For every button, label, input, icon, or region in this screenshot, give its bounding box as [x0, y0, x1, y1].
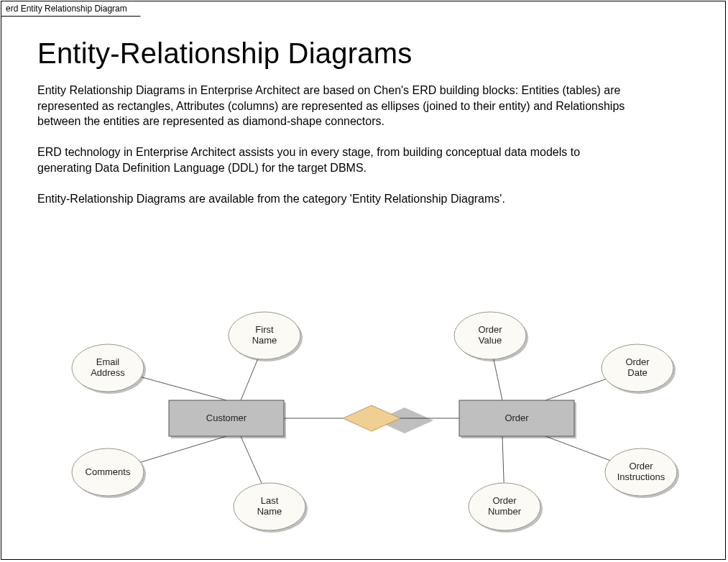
entity-order: Order	[459, 400, 576, 438]
content-area: Entity-Relationship Diagrams Entity Rela…	[37, 37, 689, 207]
attribute-order-value: Order Value	[454, 312, 528, 361]
description-text: Entity Relationship Diagrams in Enterpri…	[37, 83, 627, 207]
attribute-last-name: Last Name	[234, 483, 308, 533]
svg-text:Order: Order	[478, 324, 502, 335]
svg-text:Name: Name	[252, 335, 277, 346]
attribute-first-name: First Name	[229, 312, 303, 361]
erd-diagram: Customer Order First Name Email Address …	[1, 275, 727, 555]
attribute-order-number: Order Number	[469, 483, 543, 533]
svg-text:Comments: Comments	[86, 466, 131, 477]
svg-text:Instructions: Instructions	[617, 471, 665, 482]
entity-customer-label: Customer	[206, 413, 247, 423]
attribute-order-instructions: Order Instructions	[605, 448, 679, 498]
attribute-order-date: Order Date	[602, 344, 676, 394]
svg-text:Number: Number	[488, 506, 522, 517]
diagram-frame: erd Entity Relationship Diagram Entity-R…	[1, 1, 726, 560]
svg-text:Last: Last	[261, 495, 279, 506]
frame-tab-label: erd Entity Relationship Diagram	[1, 1, 141, 17]
page-title: Entity-Relationship Diagrams	[37, 37, 689, 70]
svg-text:Value: Value	[479, 335, 502, 346]
svg-text:Email: Email	[96, 356, 120, 367]
relationship-diamond	[343, 405, 433, 433]
entity-customer: Customer	[169, 400, 286, 438]
svg-text:Order: Order	[625, 356, 650, 367]
svg-text:Order: Order	[629, 461, 653, 471]
svg-text:Name: Name	[257, 506, 282, 517]
svg-text:Address: Address	[91, 367, 125, 378]
attribute-comments: Comments	[72, 448, 146, 498]
svg-text:Date: Date	[627, 367, 647, 378]
svg-text:Order: Order	[492, 495, 517, 506]
svg-text:First: First	[255, 324, 274, 335]
attribute-email-address: Email Address	[72, 344, 146, 394]
entity-order-label: Order	[504, 413, 529, 423]
